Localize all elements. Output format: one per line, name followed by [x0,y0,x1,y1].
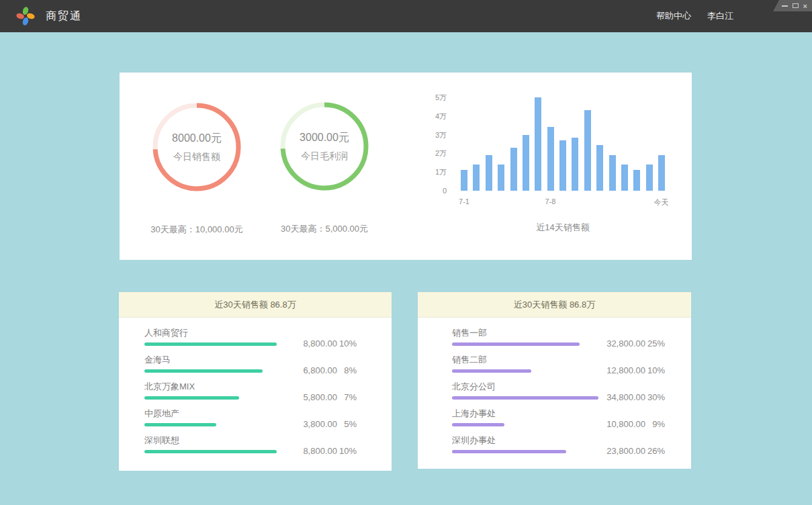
rank-row-percent: 26% [645,446,665,457]
day-sales-bar [535,97,541,191]
maximize-button[interactable] [793,3,799,8]
today-profit-value: 3000.00元 [300,131,349,145]
rank-row: 北京万象MIX5,800.007% [119,371,392,398]
day-sales-bar [559,140,566,191]
username-menu[interactable]: 李白江 [707,10,733,22]
app-logo-icon [15,5,36,27]
today-profit-gauge: 3000.00元 今日毛利润 30天最高：5,000.00元 [257,102,392,235]
rank-row: 人和商贸行8,800.0010% [119,318,392,345]
rank-row-name: 中原地产 [144,408,179,420]
today-summary-card: 8000.00元 今日销售额 30天最高：10,000.00元 3000.00元… [120,73,692,260]
titlebar-nav: 帮助中心 李白江 [656,0,733,32]
day-sales-bar [646,165,653,191]
y-tick-label: 2万 [425,148,447,158]
titlebar: 商贸通 帮助中心 李白江 × [0,0,812,32]
rank-row: 中原地产3,800.005% [119,398,392,425]
rank-row: 深圳办事处23,800.0026% [418,425,691,452]
rank-row-name: 人和商贸行 [144,327,188,339]
today-sales-30d-max: 30天最高：10,000.00元 [130,224,264,236]
rank-row-name: 深圳办事处 [452,434,496,447]
rank-row-bar [144,450,277,453]
customer-rank-title: 近30天销售额 86.8万 [119,292,392,318]
y-tick-label: 1万 [425,167,447,177]
customer-rank-rows: 人和商贸行8,800.0010%金海马6,800.008%北京万象MIX5,80… [119,318,392,452]
dashboard: 8000.00元 今日销售额 30天最高：10,000.00元 3000.00元… [0,32,812,505]
rank-row: 销售一部32,800.0025% [418,318,691,345]
dept-rank-title: 近30天销售额 86.8万 [418,292,691,318]
sales-14d-chart-plot [461,97,665,191]
x-tick-label: 7-8 [535,197,565,205]
app-title: 商贸通 [46,9,82,24]
rank-row-amount: 23,800.00 [592,446,645,457]
customer-rank-card: 近30天销售额 86.8万 人和商贸行8,800.0010%金海马6,800.0… [119,292,392,471]
rank-row-amount: 8,800.00 [283,446,337,457]
rank-row-name: 销售二部 [452,354,487,366]
sales-14d-chart-title: 近14天销售额 [461,222,665,234]
rank-row-name: 北京万象MIX [144,381,195,393]
rank-row-name: 上海办事处 [452,408,496,420]
day-sales-bar [658,155,665,191]
close-button[interactable]: × [803,3,807,9]
rank-row-bar [452,450,566,453]
rank-row-name: 深圳联想 [144,434,179,447]
today-sales-gauge: 8000.00元 今日销售额 30天最高：10,000.00元 [130,103,264,236]
rank-row: 销售二部12,800.0010% [418,345,691,371]
day-sales-bar [498,165,504,191]
day-sales-bar [473,165,480,191]
day-sales-bar [523,135,529,191]
minimize-button[interactable] [782,5,788,7]
rank-row-name: 销售一部 [452,327,487,339]
y-tick-label: 5万 [425,93,447,102]
window-controls: × [773,0,812,11]
dept-rank-rows: 销售一部32,800.0025%销售二部12,800.0010%北京分公司34,… [418,318,691,452]
rank-row: 北京分公司34,800.0030% [418,371,691,398]
day-sales-bar [609,155,616,191]
day-sales-bar [510,148,517,191]
rank-row-percent: 10% [337,446,357,457]
x-tick-label: 今天 [647,197,676,208]
y-tick-label: 0 [425,186,447,195]
day-sales-bar [633,170,640,191]
day-sales-bar [572,138,578,191]
rank-row: 深圳联想8,800.0010% [119,425,392,452]
day-sales-bar [547,127,554,191]
today-profit-label: 今日毛利润 [301,150,348,163]
day-sales-bar [584,110,591,191]
day-sales-bar [621,165,628,191]
dept-rank-card: 近30天销售额 86.8万 销售一部32,800.0025%销售二部12,800… [418,292,691,469]
today-sales-value: 8000.00元 [172,132,222,146]
y-tick-label: 4万 [425,111,447,121]
today-sales-label: 今日销售额 [173,151,220,163]
rank-row: 上海办事处10,800.009% [418,398,691,425]
day-sales-bar [461,170,467,191]
rank-row-name: 金海马 [144,354,171,366]
x-tick-label: 7-1 [449,197,479,205]
today-profit-30d-max: 30天最高：5,000.00元 [257,223,392,235]
rank-row-value: 8,800.0010% [283,446,357,457]
help-center-link[interactable]: 帮助中心 [656,10,691,22]
day-sales-bar [486,155,492,191]
rank-row-name: 北京分公司 [452,381,496,393]
y-tick-label: 3万 [425,130,447,140]
day-sales-bar [596,145,603,191]
rank-row-value: 23,800.0026% [592,446,665,457]
sales-14d-chart: 01万2万3万4万5万 7-17-8今天 近14天销售额 [425,93,801,254]
rank-row: 金海马6,800.008% [119,345,392,371]
